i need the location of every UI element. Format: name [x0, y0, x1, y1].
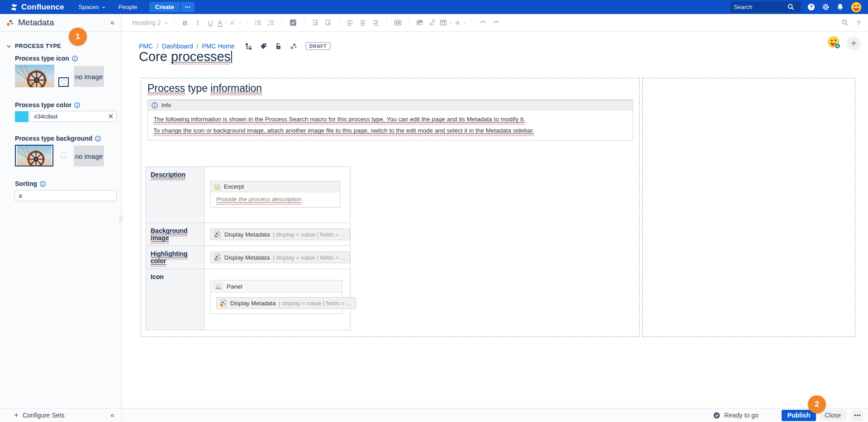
page-layout-button[interactable]: [392, 17, 403, 28]
process-info-table[interactable]: Description Excerpt Provide the process …: [146, 166, 351, 330]
bullet-list-button[interactable]: [253, 17, 264, 28]
top-navigation: Confluence Spaces People Create ••• ?: [0, 0, 868, 14]
info-icon[interactable]: [72, 56, 78, 62]
info-macro-title: Info: [161, 102, 171, 109]
sidebar-resize-handle[interactable]: [120, 215, 122, 223]
description-cell[interactable]: Excerpt Provide the process description: [204, 167, 351, 223]
sidebar-footer-collapse-icon[interactable]: «: [110, 411, 114, 419]
text-cursor: [231, 51, 232, 63]
find-in-page-icon[interactable]: [841, 19, 849, 26]
plus-icon[interactable]: +: [14, 411, 19, 420]
color-swatch[interactable]: [15, 111, 28, 122]
background-thumbnail-selected[interactable]: [15, 145, 53, 166]
search-box[interactable]: [730, 1, 801, 13]
row-header-highlighting-color[interactable]: Highlighting color: [146, 246, 204, 269]
align-left-button[interactable]: [345, 17, 356, 28]
sidebar-collapse-icon[interactable]: «: [110, 19, 114, 27]
underline-button[interactable]: U: [205, 17, 216, 28]
italic-button[interactable]: I: [192, 17, 203, 28]
insert-link-button[interactable]: [427, 17, 438, 28]
insert-image-button[interactable]: [414, 17, 425, 28]
breadcrumb-parent[interactable]: Dashboard: [162, 43, 193, 50]
breadcrumb-space[interactable]: PMC: [139, 43, 153, 50]
outdent-button[interactable]: [310, 17, 321, 28]
toolbar-separator: [339, 18, 339, 27]
footer-more-button[interactable]: •••: [852, 410, 863, 421]
icon-cell[interactable]: Panel Display Metadata: [204, 269, 351, 330]
info-macro[interactable]: Info The following information is shown …: [147, 100, 633, 141]
layout-column-main[interactable]: Process type information Info The follow…: [141, 78, 640, 337]
create-more-button[interactable]: •••: [181, 2, 194, 12]
use-as-icon-button[interactable]: [58, 77, 69, 87]
help-icon[interactable]: ?: [807, 3, 815, 11]
ship-wheel-image: [15, 65, 54, 87]
display-metadata-macro[interactable]: Display Metadata | display = value | fie…: [216, 297, 356, 309]
bold-button[interactable]: B: [180, 17, 190, 28]
page-tree-icon[interactable]: [245, 43, 252, 50]
labels-tag-icon[interactable]: [260, 43, 267, 50]
background-image-cell[interactable]: Display Metadata | display = value | fie…: [204, 223, 351, 246]
sync-icon-disabled: [60, 151, 68, 159]
sidebar-title: Metadata: [18, 18, 54, 28]
panel-macro[interactable]: Panel Display Metadata: [210, 280, 342, 314]
redo-button[interactable]: [490, 17, 501, 28]
highlighting-color-cell[interactable]: Display Metadata | display = value | fie…: [204, 246, 351, 269]
search-input[interactable]: [734, 4, 787, 10]
metadata-icon[interactable]: [289, 43, 297, 50]
info-icon[interactable]: [95, 136, 101, 142]
editor-content[interactable]: PMC / Dashboard / PMC Home DRAFT: [122, 32, 868, 408]
display-metadata-icon: [213, 253, 221, 261]
confluence-logo[interactable]: Confluence: [10, 3, 64, 12]
info-paragraph: The following information is shown in th…: [153, 116, 525, 123]
unlock-icon[interactable]: [275, 43, 282, 50]
more-formatting-button[interactable]: A°: [230, 17, 242, 28]
nav-spaces[interactable]: Spaces: [72, 0, 112, 14]
page-title[interactable]: Core processes: [139, 49, 232, 64]
color-input[interactable]: [30, 111, 117, 122]
insert-more-button[interactable]: [454, 17, 466, 28]
editor-help-icon[interactable]: ?: [857, 19, 860, 27]
insert-table-button[interactable]: [440, 17, 452, 28]
indent-button[interactable]: [323, 17, 333, 28]
search-icon[interactable]: [787, 3, 795, 11]
process-type-section-toggle[interactable]: PROCESS TYPE: [6, 43, 61, 49]
layout-column-side[interactable]: [642, 78, 855, 337]
row-header-description[interactable]: Description: [146, 167, 204, 223]
display-metadata-macro[interactable]: Display Metadata | display = value | fie…: [210, 228, 350, 240]
process-icon-thumbnail[interactable]: [15, 65, 54, 87]
nav-people[interactable]: People: [112, 0, 144, 14]
process-type-section-label: PROCESS TYPE: [15, 43, 61, 49]
display-metadata-macro[interactable]: Display Metadata | display = value | fie…: [210, 251, 350, 263]
notifications-bell-icon[interactable]: [836, 3, 844, 11]
create-button[interactable]: Create: [149, 2, 180, 12]
icon-no-image-option[interactable]: no image: [74, 66, 104, 87]
info-icon[interactable]: [40, 181, 46, 187]
ready-status[interactable]: Ready to go: [713, 412, 759, 419]
row-header-icon[interactable]: Icon: [146, 269, 204, 330]
numbered-list-button[interactable]: [266, 17, 276, 28]
sorting-input[interactable]: [14, 190, 117, 201]
section-heading[interactable]: Process type information: [147, 82, 633, 100]
step-badge-2: 2: [808, 395, 826, 413]
clear-color-icon[interactable]: [108, 114, 114, 119]
background-no-image-option[interactable]: no image: [74, 146, 104, 166]
collaborator-avatar[interactable]: A: [828, 36, 840, 49]
align-center-button[interactable]: [357, 17, 368, 28]
user-avatar[interactable]: [851, 2, 862, 13]
configure-sets-link[interactable]: Configure Sets: [23, 412, 65, 419]
breadcrumb-page[interactable]: PMC Home: [202, 43, 234, 50]
align-right-button[interactable]: [370, 17, 381, 28]
invite-add-button[interactable]: [847, 36, 861, 50]
info-icon[interactable]: [74, 102, 80, 108]
toolbar-separator: [408, 18, 409, 27]
excerpt-macro-body[interactable]: Provide the process description: [211, 192, 340, 207]
undo-button[interactable]: [478, 17, 489, 28]
close-button[interactable]: Close: [819, 410, 846, 421]
step-badge-1: 1: [69, 28, 87, 46]
heading-style-select[interactable]: Heading 2: [132, 17, 168, 28]
task-list-button[interactable]: [288, 17, 299, 28]
gear-icon[interactable]: [822, 3, 830, 11]
excerpt-macro[interactable]: Excerpt Provide the process description: [210, 181, 340, 208]
row-header-background-image[interactable]: Background image: [146, 223, 204, 246]
text-color-button[interactable]: A: [218, 17, 228, 28]
